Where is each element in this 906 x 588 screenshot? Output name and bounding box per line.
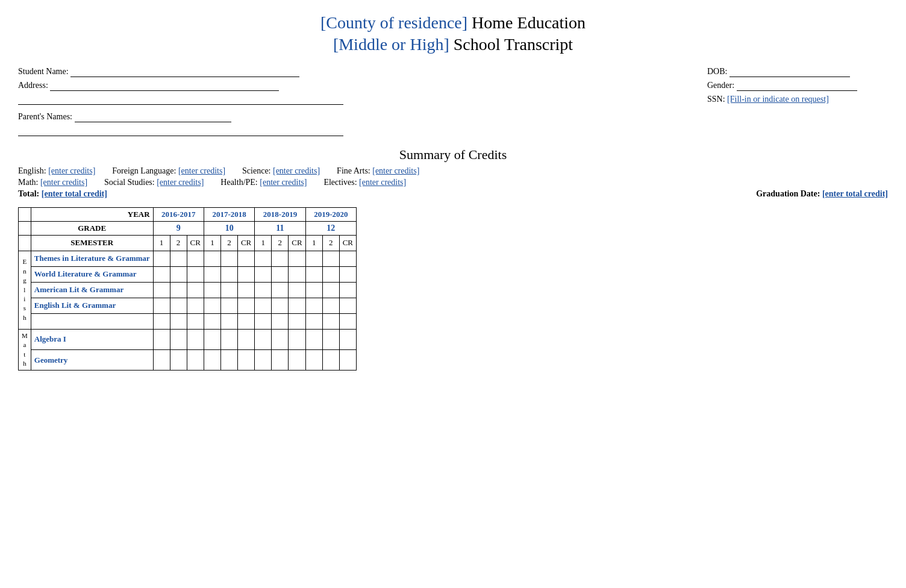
student-name-field[interactable] — [70, 67, 299, 77]
amlit-cr4[interactable] — [339, 282, 356, 298]
alg-s3-1[interactable] — [255, 329, 272, 349]
themes-s4-2[interactable] — [322, 251, 339, 266]
englit-cr2[interactable] — [237, 298, 254, 313]
englit-cr3[interactable] — [289, 298, 305, 313]
geo-s2-2[interactable] — [220, 350, 237, 371]
alg-cr3[interactable] — [289, 329, 305, 349]
amlit-s4-1[interactable] — [305, 282, 322, 298]
alg-s3-2[interactable] — [272, 329, 289, 349]
worldlit-cr3[interactable] — [289, 266, 305, 282]
health-pe-credit-value[interactable]: [enter credits] — [260, 178, 307, 187]
empty-cr2[interactable] — [237, 313, 254, 329]
empty-s2-2[interactable] — [220, 313, 237, 329]
social-studies-credit-value[interactable]: [enter credits] — [157, 178, 204, 187]
themes-s2-2[interactable] — [220, 251, 237, 266]
worldlit-cr4[interactable] — [339, 266, 356, 282]
dob-field[interactable] — [729, 67, 850, 77]
worldlit-s4-1[interactable] — [305, 266, 322, 282]
empty-s3-1[interactable] — [255, 313, 272, 329]
themes-cr4[interactable] — [339, 251, 356, 266]
course-themes-lit[interactable]: Themes in Literature & Grammar — [31, 251, 153, 266]
alg-cr1[interactable] — [187, 329, 204, 349]
geo-s1-2[interactable] — [170, 350, 187, 371]
amlit-cr3[interactable] — [289, 282, 305, 298]
english-credit-value[interactable]: [enter credits] — [48, 166, 95, 175]
geo-cr1[interactable] — [187, 350, 204, 371]
geo-s3-1[interactable] — [255, 350, 272, 371]
themes-s4-1[interactable] — [305, 251, 322, 266]
course-algebra[interactable]: Algebra I — [31, 329, 153, 349]
amlit-s4-2[interactable] — [322, 282, 339, 298]
amlit-s2-2[interactable] — [220, 282, 237, 298]
geo-s4-2[interactable] — [322, 350, 339, 371]
englit-s4-2[interactable] — [322, 298, 339, 313]
amlit-cr2[interactable] — [237, 282, 254, 298]
englit-s2-1[interactable] — [204, 298, 220, 313]
englit-s4-1[interactable] — [305, 298, 322, 313]
empty-s1-1[interactable] — [153, 313, 170, 329]
electives-credit-value[interactable]: [enter credits] — [359, 178, 406, 187]
parents-names-field[interactable] — [75, 112, 231, 122]
amlit-s1-2[interactable] — [170, 282, 187, 298]
geo-s2-1[interactable] — [204, 350, 220, 371]
geo-s4-1[interactable] — [305, 350, 322, 371]
empty-s2-1[interactable] — [204, 313, 220, 329]
science-credit-value[interactable]: [enter credits] — [273, 166, 320, 175]
englit-s3-2[interactable] — [272, 298, 289, 313]
empty-s4-1[interactable] — [305, 313, 322, 329]
empty-s4-2[interactable] — [322, 313, 339, 329]
englit-s1-2[interactable] — [170, 298, 187, 313]
englit-cr4[interactable] — [339, 298, 356, 313]
address-field[interactable] — [50, 81, 279, 91]
empty-s1-2[interactable] — [170, 313, 187, 329]
course-world-lit[interactable]: World Literature & Grammar — [31, 266, 153, 282]
grad-value[interactable]: [enter total credit] — [822, 189, 888, 198]
alg-s4-2[interactable] — [322, 329, 339, 349]
english-empty-course[interactable] — [31, 313, 153, 329]
worldlit-cr1[interactable] — [187, 266, 204, 282]
themes-cr1[interactable] — [187, 251, 204, 266]
alg-cr4[interactable] — [339, 329, 356, 349]
worldlit-cr2[interactable] — [237, 266, 254, 282]
worldlit-s1-2[interactable] — [170, 266, 187, 282]
englit-s2-2[interactable] — [220, 298, 237, 313]
worldlit-s2-1[interactable] — [204, 266, 220, 282]
amlit-s2-1[interactable] — [204, 282, 220, 298]
alg-s1-1[interactable] — [153, 329, 170, 349]
amlit-s1-1[interactable] — [153, 282, 170, 298]
worldlit-s3-1[interactable] — [255, 266, 272, 282]
geo-cr4[interactable] — [339, 350, 356, 371]
themes-cr3[interactable] — [289, 251, 305, 266]
themes-s1-2[interactable] — [170, 251, 187, 266]
geo-s3-2[interactable] — [272, 350, 289, 371]
empty-s3-2[interactable] — [272, 313, 289, 329]
themes-s3-1[interactable] — [255, 251, 272, 266]
total-value[interactable]: [enter total credit] — [42, 189, 107, 198]
amlit-s3-1[interactable] — [255, 282, 272, 298]
themes-s3-2[interactable] — [272, 251, 289, 266]
englit-cr1[interactable] — [187, 298, 204, 313]
themes-cr2[interactable] — [237, 251, 254, 266]
alg-s2-2[interactable] — [220, 329, 237, 349]
amlit-s3-2[interactable] — [272, 282, 289, 298]
math-credit-value[interactable]: [enter credits] — [40, 178, 87, 187]
themes-s2-1[interactable] — [204, 251, 220, 266]
worldlit-s3-2[interactable] — [272, 266, 289, 282]
ssn-link[interactable]: [Fill-in or indicate on request] — [727, 95, 829, 104]
englit-s1-1[interactable] — [153, 298, 170, 313]
empty-cr3[interactable] — [289, 313, 305, 329]
amlit-cr1[interactable] — [187, 282, 204, 298]
worldlit-s2-2[interactable] — [220, 266, 237, 282]
course-geometry[interactable]: Geometry — [31, 350, 153, 371]
geo-s1-1[interactable] — [153, 350, 170, 371]
empty-cr1[interactable] — [187, 313, 204, 329]
alg-s2-1[interactable] — [204, 329, 220, 349]
foreign-language-credit-value[interactable]: [enter credits] — [178, 166, 225, 175]
course-american-lit[interactable]: American Lit & Grammar — [31, 282, 153, 298]
geo-cr2[interactable] — [237, 350, 254, 371]
worldlit-s1-1[interactable] — [153, 266, 170, 282]
englit-s3-1[interactable] — [255, 298, 272, 313]
fine-arts-credit-value[interactable]: [enter credits] — [372, 166, 419, 175]
alg-s1-2[interactable] — [170, 329, 187, 349]
course-english-lit[interactable]: English Lit & Grammar — [31, 298, 153, 313]
